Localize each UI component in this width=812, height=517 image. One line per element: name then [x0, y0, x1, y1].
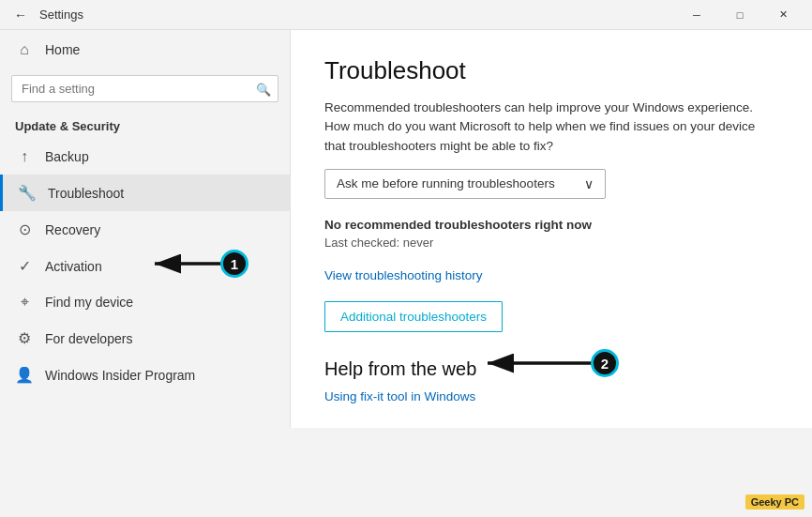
main-layout: ⌂ Home 🔍 Update & Security ↑ Backup 🔧 Tr… — [0, 30, 812, 428]
sidebar-search-container: 🔍 — [11, 75, 278, 102]
last-checked-text: Last checked: never — [324, 236, 778, 250]
titlebar-title: Settings — [39, 8, 675, 22]
sidebar-item-for-developers[interactable]: ⚙ For developers — [0, 320, 290, 357]
chevron-down-icon: ∨ — [584, 176, 594, 191]
close-button[interactable]: ✕ — [761, 0, 804, 30]
minimize-button[interactable]: ─ — [675, 0, 718, 30]
sidebar-item-label: Activation — [45, 259, 102, 274]
sidebar-item-windows-insider[interactable]: 👤 Windows Insider Program — [0, 357, 290, 393]
no-troubleshooters-text: No recommended troubleshooters right now — [324, 218, 778, 232]
sidebar-item-activation[interactable]: ✓ Activation — [0, 248, 290, 284]
sidebar: ⌂ Home 🔍 Update & Security ↑ Backup 🔧 Tr… — [0, 30, 291, 428]
help-section-title: Help from the web — [324, 358, 778, 380]
sidebar-item-label: Troubleshoot — [48, 186, 124, 201]
sidebar-item-find-my-device[interactable]: ⌖ Find my device — [0, 284, 290, 320]
help-link[interactable]: Using fix-it tool in Windows — [324, 389, 778, 403]
sidebar-item-label: Find my device — [45, 295, 133, 310]
home-icon: ⌂ — [15, 41, 34, 58]
sidebar-item-home[interactable]: ⌂ Home — [0, 30, 290, 69]
view-history-link[interactable]: View troubleshooting history — [324, 268, 778, 282]
activation-icon: ✓ — [15, 257, 34, 275]
sidebar-section-label: Update & Security — [0, 112, 290, 139]
search-icon: 🔍 — [256, 82, 271, 96]
additional-troubleshooters-button[interactable]: Additional troubleshooters — [324, 301, 503, 332]
insider-icon: 👤 — [15, 366, 34, 384]
back-button[interactable]: ← — [8, 2, 34, 28]
wrench-icon: 🔧 — [18, 184, 37, 202]
dropdown-label: Ask me before running troubleshooters — [337, 176, 555, 190]
sidebar-item-backup[interactable]: ↑ Backup — [0, 139, 290, 175]
sidebar-item-label: For developers — [45, 331, 132, 346]
troubleshooter-dropdown[interactable]: Ask me before running troubleshooters ∨ — [324, 169, 606, 199]
developers-icon: ⚙ — [15, 329, 34, 347]
recovery-icon: ⊙ — [15, 220, 34, 238]
find-device-icon: ⌖ — [15, 294, 34, 311]
sidebar-home-label: Home — [45, 42, 80, 57]
backup-icon: ↑ — [15, 148, 34, 165]
search-input[interactable] — [11, 75, 278, 102]
window-controls: ─ □ ✕ — [675, 0, 804, 30]
page-title: Troubleshoot — [324, 56, 778, 85]
sidebar-item-label: Backup — [45, 149, 89, 164]
sidebar-item-troubleshoot[interactable]: 🔧 Troubleshoot — [0, 175, 290, 211]
sidebar-item-label: Recovery — [45, 222, 100, 237]
watermark: Geeky PC — [745, 494, 804, 509]
sidebar-item-label: Windows Insider Program — [45, 368, 195, 383]
content-area: Troubleshoot Recommended troubleshooters… — [291, 30, 812, 428]
sidebar-item-recovery[interactable]: ⊙ Recovery — [0, 211, 290, 248]
content-description: Recommended troubleshooters can help imp… — [324, 99, 774, 156]
maximize-button[interactable]: □ — [718, 0, 761, 30]
titlebar: ← Settings ─ □ ✕ — [0, 0, 812, 30]
